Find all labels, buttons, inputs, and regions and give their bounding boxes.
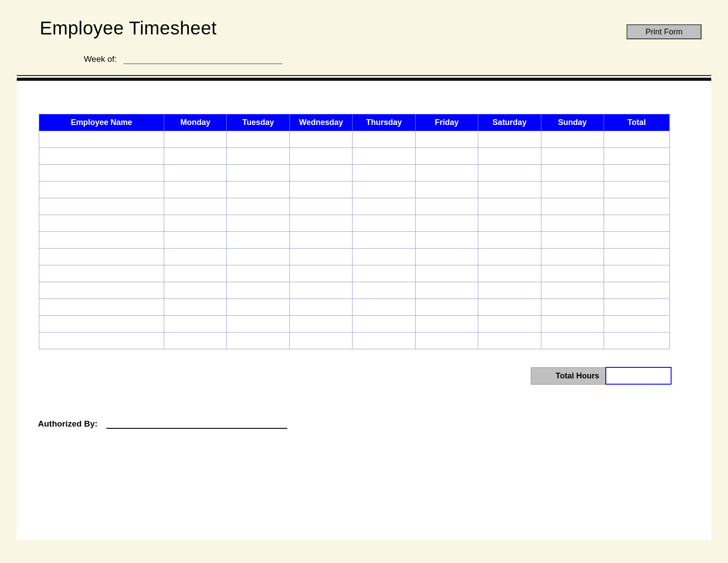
table-cell[interactable]	[227, 265, 289, 282]
table-cell[interactable]	[353, 131, 415, 148]
table-cell[interactable]	[39, 165, 164, 181]
table-cell[interactable]	[415, 181, 478, 198]
table-cell[interactable]	[164, 249, 227, 265]
table-cell[interactable]	[415, 333, 478, 349]
table-cell[interactable]	[164, 232, 227, 249]
table-cell[interactable]	[478, 148, 541, 165]
table-cell[interactable]	[541, 282, 604, 299]
table-cell[interactable]	[353, 198, 415, 215]
table-cell[interactable]	[353, 249, 415, 265]
table-cell[interactable]	[541, 232, 604, 249]
table-cell[interactable]	[415, 165, 478, 181]
table-cell[interactable]	[478, 198, 541, 215]
table-cell[interactable]	[39, 333, 164, 349]
table-cell[interactable]	[227, 282, 289, 299]
table-cell[interactable]	[39, 181, 164, 198]
table-cell[interactable]	[227, 249, 289, 265]
table-cell[interactable]	[164, 316, 227, 333]
table-cell[interactable]	[478, 131, 541, 148]
table-cell[interactable]	[478, 282, 541, 299]
table-cell[interactable]	[227, 316, 289, 333]
table-cell[interactable]	[541, 131, 604, 148]
table-cell[interactable]	[478, 299, 541, 316]
table-cell[interactable]	[39, 198, 164, 215]
table-cell[interactable]	[164, 333, 227, 349]
table-cell[interactable]	[164, 148, 227, 165]
table-cell[interactable]	[227, 198, 289, 215]
table-cell[interactable]	[39, 299, 164, 316]
table-cell[interactable]	[164, 215, 227, 232]
table-cell[interactable]	[478, 215, 541, 232]
table-cell[interactable]	[353, 215, 415, 232]
table-cell[interactable]	[478, 316, 541, 333]
table-cell[interactable]	[415, 316, 478, 333]
table-cell[interactable]	[227, 333, 289, 349]
table-cell[interactable]	[353, 181, 415, 198]
table-cell[interactable]	[478, 232, 541, 249]
table-cell[interactable]	[604, 282, 669, 299]
table-cell[interactable]	[415, 148, 478, 165]
table-cell[interactable]	[415, 249, 478, 265]
table-cell[interactable]	[353, 232, 415, 249]
table-cell[interactable]	[353, 265, 415, 282]
table-cell[interactable]	[164, 282, 227, 299]
table-cell[interactable]	[227, 148, 289, 165]
table-cell[interactable]	[353, 148, 415, 165]
table-cell[interactable]	[289, 215, 353, 232]
table-cell[interactable]	[415, 299, 478, 316]
table-cell[interactable]	[604, 148, 669, 165]
table-cell[interactable]	[164, 198, 227, 215]
table-cell[interactable]	[541, 299, 604, 316]
table-cell[interactable]	[604, 316, 669, 333]
table-cell[interactable]	[164, 181, 227, 198]
table-cell[interactable]	[353, 333, 415, 349]
table-cell[interactable]	[541, 181, 604, 198]
table-cell[interactable]	[289, 131, 353, 148]
table-cell[interactable]	[227, 131, 289, 148]
table-cell[interactable]	[604, 165, 669, 181]
table-cell[interactable]	[289, 181, 353, 198]
table-cell[interactable]	[415, 198, 478, 215]
table-cell[interactable]	[289, 333, 353, 349]
table-cell[interactable]	[227, 232, 289, 249]
table-cell[interactable]	[164, 131, 227, 148]
table-cell[interactable]	[541, 249, 604, 265]
table-cell[interactable]	[604, 198, 669, 215]
table-cell[interactable]	[289, 148, 353, 165]
table-cell[interactable]	[164, 165, 227, 181]
table-cell[interactable]	[353, 299, 415, 316]
table-cell[interactable]	[478, 249, 541, 265]
table-cell[interactable]	[604, 249, 669, 265]
table-cell[interactable]	[227, 181, 289, 198]
table-cell[interactable]	[39, 215, 164, 232]
table-cell[interactable]	[604, 265, 669, 282]
table-cell[interactable]	[478, 165, 541, 181]
table-cell[interactable]	[289, 249, 353, 265]
table-cell[interactable]	[227, 215, 289, 232]
print-form-button[interactable]: Print Form	[627, 24, 702, 39]
table-cell[interactable]	[541, 165, 604, 181]
table-cell[interactable]	[604, 299, 669, 316]
table-cell[interactable]	[604, 131, 669, 148]
table-cell[interactable]	[289, 165, 353, 181]
table-cell[interactable]	[478, 265, 541, 282]
table-cell[interactable]	[541, 148, 604, 165]
table-cell[interactable]	[541, 333, 604, 349]
table-cell[interactable]	[353, 165, 415, 181]
table-cell[interactable]	[415, 131, 478, 148]
table-cell[interactable]	[227, 165, 289, 181]
table-cell[interactable]	[604, 333, 669, 349]
table-cell[interactable]	[353, 316, 415, 333]
table-cell[interactable]	[478, 333, 541, 349]
table-cell[interactable]	[541, 316, 604, 333]
table-cell[interactable]	[604, 181, 669, 198]
table-cell[interactable]	[39, 316, 164, 333]
table-cell[interactable]	[415, 282, 478, 299]
table-cell[interactable]	[415, 265, 478, 282]
table-cell[interactable]	[289, 316, 353, 333]
table-cell[interactable]	[227, 299, 289, 316]
table-cell[interactable]	[39, 249, 164, 265]
table-cell[interactable]	[289, 265, 353, 282]
table-cell[interactable]	[289, 299, 353, 316]
table-cell[interactable]	[541, 265, 604, 282]
